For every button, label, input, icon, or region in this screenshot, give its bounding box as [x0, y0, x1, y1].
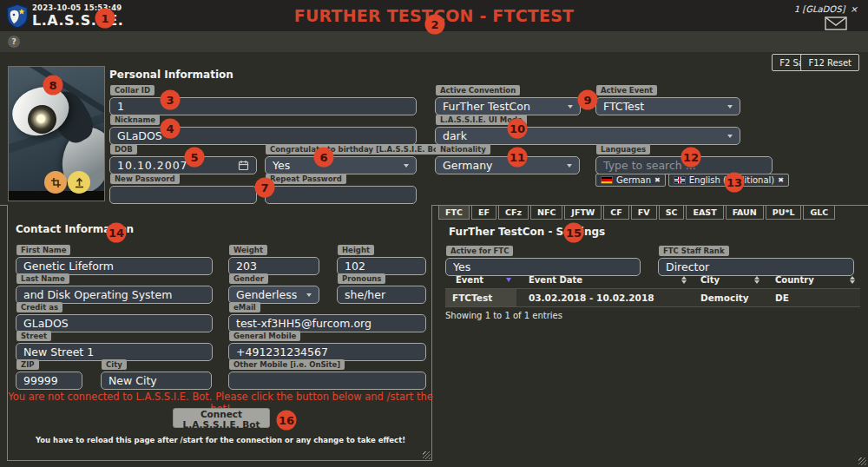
sort-both-icon	[850, 276, 855, 284]
dob-label: DOB	[110, 144, 137, 155]
avatar-robot-eye	[28, 105, 56, 134]
city-field: City	[101, 354, 212, 390]
languages-label: Languages	[596, 144, 650, 155]
tab-fv[interactable]: FV	[631, 205, 657, 220]
chevron-down-icon	[727, 135, 733, 138]
other-mobile-label: Other Mobile [i.e. OnSite]	[229, 359, 345, 370]
table-summary: Showing 1 to 1 of 1 entries	[445, 311, 860, 320]
annotation-marker-4: 4	[161, 119, 181, 139]
tab-ef[interactable]: EF	[471, 205, 496, 220]
annotation-marker-5: 5	[185, 148, 205, 168]
general-mobile-label: General Mobile	[229, 331, 300, 341]
tab-cf[interactable]: CF	[603, 205, 628, 220]
page-resize-handle[interactable]	[858, 457, 866, 465]
zip-field: ZIP	[16, 354, 82, 390]
lassie-app: 2023-10-05 15:53:49 L.A.S.S.I.E. FURTHER…	[0, 0, 868, 467]
zip-input[interactable]	[16, 372, 82, 390]
help-button[interactable]: ?	[8, 36, 20, 48]
active-for-ftc-label: Active for FTC	[446, 246, 513, 256]
new-password-field: New Password	[109, 168, 257, 204]
tab-pul[interactable]: PU*L	[766, 205, 802, 220]
other-mobile-input[interactable]	[228, 372, 426, 390]
annotation-marker-13: 13	[725, 173, 745, 193]
column-header-event[interactable]: Event	[445, 275, 516, 285]
reset-button[interactable]: F12 Reset	[800, 54, 859, 71]
email-label: eMail	[229, 302, 260, 312]
active-event-label: Active Event	[596, 85, 657, 95]
language-tag-label: German	[616, 175, 651, 185]
annotation-marker-1: 1	[95, 9, 115, 29]
congratulate-label: Congratulate to birthday [L.A.S.S.I.E. B…	[266, 144, 450, 155]
chevron-down-icon	[567, 164, 572, 168]
messages-envelope-icon[interactable]	[825, 16, 847, 30]
event-table-row[interactable]: FTCTest 03.02.2018 - 10.02.2018 Democity…	[445, 288, 860, 307]
tab-nfc[interactable]: NFC	[530, 205, 562, 220]
annotation-marker-3: 3	[161, 90, 181, 110]
annotation-marker-10: 10	[508, 119, 528, 139]
cell-event-date: 03.02.2018 - 10.02.2018	[516, 289, 692, 306]
active-for-ftc-field: Active for FTC	[445, 240, 641, 276]
avatar-upload-button[interactable]	[68, 171, 90, 194]
repeat-password-field: Repeat Password	[265, 168, 417, 204]
height-label: Height	[338, 245, 374, 255]
cell-country: DE	[765, 289, 860, 306]
personal-info-heading: Personal Information	[109, 69, 233, 81]
contact-panel: Contact Information First Name Weight He…	[7, 205, 432, 461]
chevron-down-icon	[727, 105, 733, 109]
tab-glc[interactable]: GLC	[803, 205, 835, 220]
tab-east[interactable]: EAST	[686, 205, 723, 220]
staff-rank-label: FTC Staff Rank	[659, 246, 729, 256]
active-convention-label: Active Convention	[436, 85, 520, 95]
nationality-label: Nationality	[436, 144, 490, 155]
sort-descending-icon	[506, 278, 511, 282]
session-close-icon[interactable]: ×	[851, 4, 858, 14]
chevron-down-icon	[568, 105, 573, 109]
chevron-down-icon	[404, 164, 409, 168]
zip-label: ZIP	[16, 359, 39, 370]
repeat-password-label: Repeat Password	[266, 174, 346, 184]
connect-bot-button[interactable]: Connect L.A.S.S.I.E. Bot	[173, 408, 270, 428]
annotation-marker-6: 6	[314, 148, 334, 168]
tab-jftw[interactable]: JFTW	[564, 205, 602, 220]
tab-ftc[interactable]: FTC	[438, 205, 470, 220]
credit-as-label: Credit as	[16, 302, 62, 312]
tab-faun[interactable]: FAUN	[726, 205, 764, 220]
street-label: Street	[16, 331, 51, 341]
convention-tab-bar: FTC EF CFz NFC JFTW CF FV SC EAST FAUN P…	[438, 205, 835, 220]
session-user: 1 [GLaDOS]	[794, 4, 845, 14]
avatar-crop-button[interactable]	[44, 171, 67, 194]
city-input[interactable]	[101, 372, 212, 390]
annotation-marker-16: 16	[277, 411, 297, 431]
menu-bar: ?	[0, 31, 868, 52]
annotation-marker-15: 15	[564, 223, 584, 243]
nationality-value: Germany	[443, 159, 492, 172]
language-tags: German ✖ English (traditional) ✖	[595, 174, 789, 187]
language-tag-german[interactable]: German ✖	[595, 174, 666, 187]
remove-tag-icon[interactable]: ✖	[654, 176, 661, 184]
uk-flag-icon	[674, 176, 686, 184]
column-header-event-date[interactable]: Event Date	[516, 275, 692, 285]
cell-event: FTCTest	[445, 289, 516, 306]
gender-label: Gender	[229, 273, 268, 284]
nickname-label: Nickname	[110, 115, 160, 125]
reload-note: You have to reload this page after /star…	[8, 436, 433, 444]
annotation-marker-11: 11	[508, 148, 528, 168]
column-header-country[interactable]: Country	[765, 275, 860, 285]
session-info: 1 [GLaDOS] ×	[794, 4, 858, 14]
city-label: City	[102, 359, 127, 370]
tab-sc[interactable]: SC	[659, 205, 685, 220]
sort-both-icon	[681, 276, 687, 284]
events-table: Event Event Date City Country FTCTest 03…	[445, 272, 860, 320]
last-name-label: Last Name	[16, 273, 69, 284]
panel-resize-handle[interactable]	[423, 451, 431, 459]
repeat-password-input[interactable]	[265, 186, 417, 204]
column-header-city[interactable]: City	[692, 275, 765, 285]
weight-label: Weight	[229, 245, 267, 255]
new-password-label: New Password	[110, 174, 180, 184]
annotation-marker-7: 7	[255, 178, 275, 198]
tab-cfz[interactable]: CFz	[498, 205, 529, 220]
remove-tag-icon[interactable]: ✖	[778, 176, 784, 184]
new-password-input[interactable]	[109, 186, 257, 204]
annotation-marker-14: 14	[107, 223, 127, 243]
annotation-marker-12: 12	[681, 148, 701, 168]
